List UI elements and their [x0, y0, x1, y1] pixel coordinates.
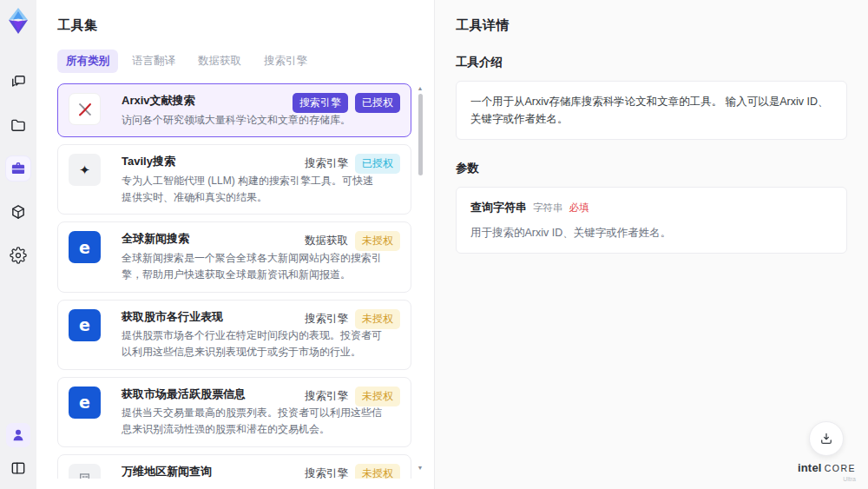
tool-badges: 数据获取 未授权 — [305, 231, 400, 251]
tool-badges: 搜索引擎 已授权 — [305, 154, 400, 174]
tool-badges: 搜索引擎 未授权 — [305, 309, 400, 329]
sidebar-item-toolbox[interactable] — [6, 156, 30, 181]
sidebar-item-user[interactable] — [6, 423, 30, 447]
stock-icon: e — [69, 309, 101, 341]
category-tabs: 所有类别语言翻译数据获取搜索引擎 — [57, 50, 425, 73]
sidebar-item-settings[interactable] — [6, 243, 30, 268]
tool-category-badge: 搜索引擎 — [293, 93, 348, 113]
arxiv-logo-icon — [76, 100, 95, 119]
params-heading: 参数 — [456, 161, 847, 176]
tool-category-badge: 搜索引擎 — [305, 466, 348, 479]
tool-status-badge: 已授权 — [355, 154, 400, 174]
tool-card[interactable]: e 获取市场最活跃股票信息 提供当天交易量最高的股票列表。投资者可以利用这些信息… — [57, 377, 411, 447]
tool-card[interactable]: ✦ Tavily搜索 专为人工智能代理 (LLM) 构建的搜索引擎工具。可快速提… — [57, 144, 411, 215]
tool-status-badge: 未授权 — [355, 309, 400, 329]
tools-panel-title: 工具集 — [57, 17, 425, 34]
sidebar-item-packages[interactable] — [6, 200, 30, 224]
tool-card[interactable]: Arxiv文献搜索 访问各个研究领域大量科学论文和文章的存储库。 搜索引擎 已授… — [57, 83, 411, 137]
corner-widgets: intelCORE Ultra — [798, 421, 856, 482]
tool-description: 访问各个研究领域大量科学论文和文章的存储库。 — [122, 112, 382, 129]
tool-badges: 搜索引擎 未授权 — [305, 387, 400, 406]
tool-category-badge: 搜索引擎 — [305, 156, 348, 171]
app-window: 工具集 所有类别语言翻译数据获取搜索引擎 Arxiv文献搜索 访问各个研究领域大… — [0, 0, 868, 489]
folder-icon — [10, 116, 27, 134]
category-tab[interactable]: 搜索引擎 — [255, 50, 316, 73]
tool-status-badge: 未授权 — [355, 464, 400, 479]
sidebar-item-panel-toggle[interactable] — [6, 456, 30, 480]
tool-status-badge: 未授权 — [355, 387, 400, 406]
tool-card[interactable]: e 全球新闻搜索 全球新闻搜索是一个聚合全球各大新闻网站内容的搜索引擎，帮助用户… — [57, 221, 411, 292]
category-tab[interactable]: 所有类别 — [57, 50, 118, 73]
scroll-up-icon[interactable]: ▲ — [417, 85, 424, 92]
tool-category-badge: 数据获取 — [305, 234, 348, 248]
tool-badges: 搜索引擎 已授权 — [293, 93, 400, 113]
tool-card[interactable]: e 获取股市各行业表现 提供股票市场各个行业在特定时间段内的表现。投资者可以利用… — [57, 300, 411, 370]
tool-detail-panel: 工具详情 工具介绍 一个用于从Arxiv存储库搜索科学论文和文章的工具。 输入可… — [434, 0, 868, 489]
news-icon: e — [69, 231, 101, 263]
building-icon — [76, 471, 94, 479]
intel-core-logo: intelCORE Ultra — [798, 460, 856, 482]
tool-category-badge: 搜索引擎 — [305, 312, 348, 327]
user-icon — [10, 426, 27, 444]
stock-icon: e — [69, 387, 101, 419]
chat-icon — [10, 73, 27, 90]
parameter-row: 查询字符串字符串必填 — [470, 199, 832, 217]
intro-heading: 工具介绍 — [456, 55, 847, 70]
cube-icon — [10, 203, 27, 221]
tool-description: 提供当天交易量最高的股票列表。投资者可以利用这些信息来识别流动性强的股票和潜在的… — [122, 405, 382, 437]
param-type: 字符串 — [533, 200, 563, 215]
tool-description: 全球新闻搜索是一个聚合全球各大新闻网站内容的搜索引擎，帮助用户快速获取全球最新资… — [122, 250, 382, 282]
sidebar-item-chat[interactable] — [6, 69, 30, 94]
icon-rail — [0, 0, 36, 489]
tool-card[interactable]: 万维地区新闻查询 查询具体行政区划内的新闻，快速了解各地新闻动 搜索引擎 未授权 — [57, 454, 411, 479]
category-tab[interactable]: 语言翻译 — [123, 50, 184, 73]
sidebar-item-folder[interactable] — [6, 113, 30, 137]
scrollbar-thumb[interactable] — [418, 94, 423, 175]
param-name: 查询字符串 — [470, 199, 527, 217]
detail-panel-title: 工具详情 — [456, 17, 847, 34]
sparkle-icon: ✦ — [69, 154, 101, 186]
tool-list: Arxiv文献搜索 访问各个研究领域大量科学论文和文章的存储库。 搜索引擎 已授… — [57, 83, 425, 479]
category-tab[interactable]: 数据获取 — [189, 50, 250, 73]
param-card: 查询字符串字符串必填用于搜索的Arxiv ID、关键字或作者姓名。 — [456, 187, 847, 254]
tool-description: 提供股票市场各个行业在特定时间段内的表现。投资者可以利用这些信息来识别表现优于或… — [122, 327, 382, 360]
tools-panel: 工具集 所有类别语言翻译数据获取搜索引擎 Arxiv文献搜索 访问各个研究领域大… — [36, 0, 434, 489]
tool-status-badge: 未授权 — [355, 231, 400, 251]
tool-category-badge: 搜索引擎 — [305, 389, 348, 404]
app-logo-icon — [5, 7, 31, 35]
briefcase-icon — [10, 160, 27, 177]
scroll-down-icon[interactable]: ▼ — [417, 465, 424, 472]
download-button[interactable] — [809, 421, 844, 456]
param-required_label: 必填 — [569, 200, 589, 215]
tool-badges: 搜索引擎 未授权 — [305, 464, 400, 479]
intro-card: 一个用于从Arxiv存储库搜索科学论文和文章的工具。 输入可以是Arxiv ID… — [456, 81, 847, 140]
building-icon — [69, 464, 101, 479]
gear-icon — [10, 247, 27, 264]
panel-icon — [10, 459, 27, 477]
arxiv-logo-icon — [69, 93, 101, 125]
param-description: 用于搜索的Arxiv ID、关键字或作者姓名。 — [470, 224, 832, 241]
tool-description: 专为人工智能代理 (LLM) 构建的搜索引擎工具。可快速提供实时、准确和真实的结… — [122, 173, 382, 205]
download-icon — [819, 431, 834, 446]
tool-status-badge: 已授权 — [355, 93, 400, 113]
brand-core: CORE — [825, 463, 856, 473]
list-scrollbar[interactable]: ▲ ▼ — [415, 83, 425, 473]
brand-ultra: Ultra — [798, 476, 856, 482]
brand-intel: intel — [798, 461, 822, 474]
